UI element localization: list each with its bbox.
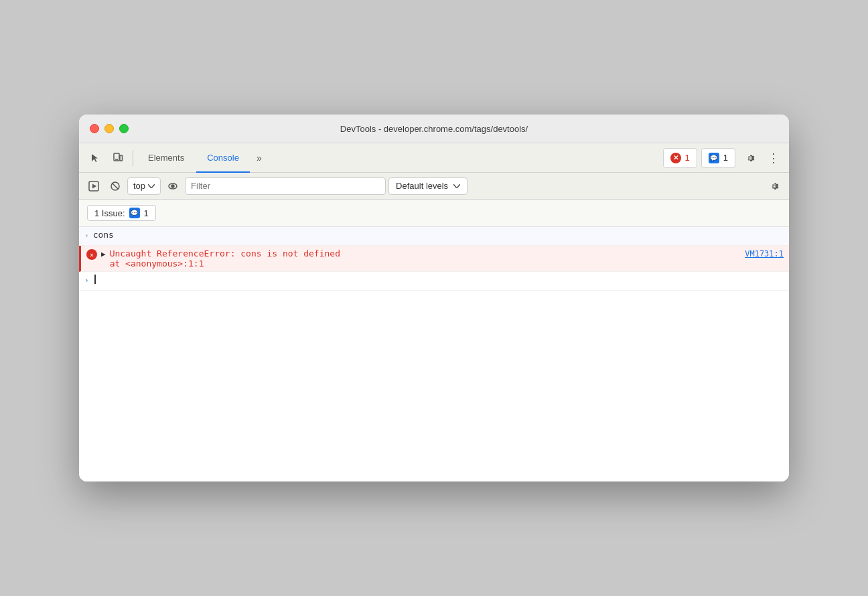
console-toolbar: top Default levels [79,173,789,200]
tab-console[interactable]: Console [196,143,250,173]
device-toggle-button[interactable] [107,147,129,169]
console-row-command: › cons [79,227,789,246]
issues-message-icon: 💬 [129,208,140,218]
error-main-text: Uncaught ReferenceError: cons is not def… [110,248,340,258]
error-line-2: at <anonymous>:1:1 [110,258,784,269]
run-snippet-button[interactable] [84,177,103,196]
eye-button[interactable] [163,177,182,196]
error-sub-text: at <anonymous>:1:1 [110,258,204,269]
settings-button[interactable] [739,147,761,169]
svg-point-8 [171,185,174,188]
console-settings-button[interactable] [765,177,784,196]
default-levels-button[interactable]: Default levels [388,177,467,195]
console-input-row[interactable]: › [79,272,789,291]
error-line-1: Uncaught ReferenceError: cons is not def… [110,248,784,258]
toolbar-divider [133,150,133,166]
error-link[interactable]: VM1731:1 [745,249,784,258]
expand-icon[interactable]: ▶ [101,250,106,258]
console-row-error: ✕ ▶ Uncaught ReferenceError: cons is not… [79,246,789,272]
console-command-text: cons [93,230,114,240]
svg-rect-1 [120,155,123,161]
chevron-down-icon-levels [453,184,460,188]
tab-elements[interactable]: Elements [137,143,195,173]
main-toolbar: Elements Console » ✕ 1 💬 1 ⋮ [79,143,789,173]
message-count-button[interactable]: 💬 1 [701,148,735,168]
error-count-button[interactable]: ✕ 1 [663,148,697,168]
error-content: Uncaught ReferenceError: cons is not def… [110,248,784,269]
svg-line-6 [113,183,119,189]
device-icon [113,153,123,163]
context-selector[interactable]: top [127,177,161,195]
console-output: › cons ✕ ▶ Uncaught ReferenceError: cons… [79,227,789,481]
select-element-button[interactable] [84,147,106,169]
gear-icon-console [768,180,780,192]
issues-label-button[interactable]: 1 Issue: 💬 1 [87,205,156,221]
chevron-right-icon: › [84,231,89,240]
clear-console-button[interactable] [106,177,125,196]
issues-bar: 1 Issue: 💬 1 [79,200,789,227]
input-prompt-icon: › [84,276,89,285]
play-icon [88,181,99,192]
minimize-button[interactable] [104,124,114,133]
filter-input[interactable] [185,177,386,195]
chevron-down-icon [148,184,155,188]
cursor-blink [94,275,96,284]
ban-icon [110,181,121,192]
more-tabs-button[interactable]: » [251,143,267,173]
cursor-icon [90,153,100,163]
close-button[interactable] [90,124,99,133]
eye-icon [167,181,178,192]
error-icon: ✕ [670,153,681,163]
error-circle-icon: ✕ [86,249,97,260]
gear-icon [744,152,756,164]
window-title: DevTools - developer.chrome.com/tags/dev… [340,124,528,134]
devtools-window: DevTools - developer.chrome.com/tags/dev… [79,115,789,481]
traffic-lights [90,124,129,133]
ellipsis-icon: ⋮ [768,151,779,165]
title-bar: DevTools - developer.chrome.com/tags/dev… [79,115,789,143]
svg-marker-4 [92,183,96,188]
message-icon: 💬 [709,153,719,163]
more-options-button[interactable]: ⋮ [762,147,784,169]
maximize-button[interactable] [119,124,129,133]
